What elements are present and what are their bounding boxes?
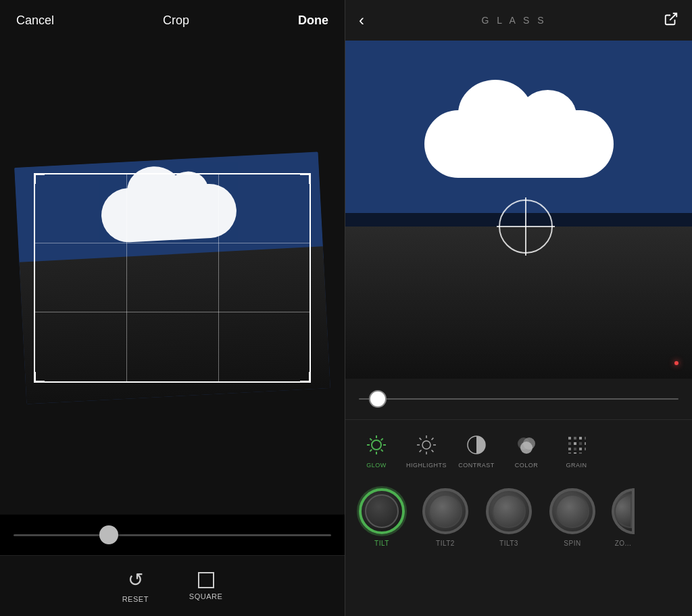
svg-rect-30 (585, 442, 586, 445)
svg-point-10 (422, 441, 430, 449)
svg-rect-29 (579, 442, 582, 445)
right-panel: ‹ G L A S S (345, 0, 692, 616)
knob-spin-inner (555, 494, 589, 528)
svg-point-22 (520, 442, 533, 454)
knob-spin[interactable] (549, 488, 595, 534)
app-title: G L A S S (481, 15, 546, 26)
svg-line-6 (370, 438, 372, 440)
svg-rect-33 (579, 448, 582, 450)
crop-image-wrapper[interactable] (34, 173, 311, 383)
reset-label: RESET (122, 595, 149, 603)
right-slider[interactable] (359, 398, 678, 400)
laptop-glow (674, 361, 678, 365)
knob-tilt[interactable] (359, 488, 405, 534)
back-arrow-icon: ‹ (359, 11, 364, 29)
svg-rect-35 (568, 452, 571, 454)
grain-label: GRAIN (566, 462, 587, 469)
grain-icon (563, 431, 590, 458)
left-slider-thumb[interactable] (99, 525, 118, 544)
crop-title: Crop (163, 14, 189, 28)
contrast-icon (463, 431, 490, 458)
crosshair[interactable] (499, 199, 553, 254)
left-header: Cancel Crop Done (0, 0, 345, 41)
knob-item-spin[interactable]: SPIN (543, 488, 602, 547)
knob-item-tilt2[interactable]: TILT2 (416, 488, 475, 547)
glow-label: GLOW (366, 462, 387, 469)
highlights-icon (413, 431, 440, 458)
back-button[interactable]: ‹ (359, 11, 364, 30)
left-image-area (0, 41, 345, 515)
effect-item-glow[interactable]: GLOW (356, 431, 397, 469)
square-button[interactable]: SQUARE (189, 572, 222, 600)
knob-tilt-inner (365, 494, 399, 528)
svg-rect-28 (574, 442, 576, 445)
crop-corner-br[interactable] (300, 372, 311, 383)
right-slider-thumb[interactable] (369, 390, 387, 408)
export-button[interactable] (664, 11, 678, 30)
svg-line-16 (432, 450, 434, 452)
color-label: COLOR (515, 462, 539, 469)
knob-item-zoom[interactable]: ZO... (606, 488, 640, 547)
svg-rect-26 (585, 437, 586, 440)
knob-spin-label: SPIN (564, 540, 580, 547)
knob-tilt3-inner (492, 494, 526, 528)
effect-item-highlights[interactable]: HIGHLIGHTS (406, 431, 447, 469)
svg-rect-31 (568, 448, 571, 450)
knobs-bar: TILT TILT2 TILT3 SPIN (345, 480, 692, 554)
svg-rect-36 (574, 452, 576, 454)
svg-rect-25 (579, 437, 582, 440)
knob-tilt3[interactable] (486, 488, 532, 534)
left-panel: Cancel Crop Done (0, 0, 345, 616)
svg-line-8 (381, 438, 383, 440)
color-icon (513, 431, 540, 458)
export-icon (664, 11, 678, 26)
knob-item-tilt3[interactable]: TILT3 (479, 488, 539, 547)
crop-grid-v1 (126, 174, 127, 381)
svg-rect-34 (585, 448, 586, 450)
left-footer: ↺ RESET SQUARE (0, 555, 345, 616)
effect-item-grain[interactable]: GRAIN (556, 431, 597, 469)
svg-rect-37 (579, 452, 582, 454)
crop-corner-tr[interactable] (300, 173, 311, 184)
knob-tilt2-label: TILT2 (436, 540, 455, 547)
done-button[interactable]: Done (298, 14, 328, 28)
knob-tilt2[interactable] (422, 488, 468, 534)
crop-overlay[interactable] (34, 173, 311, 383)
svg-rect-32 (574, 448, 576, 450)
square-label: SQUARE (189, 592, 222, 600)
svg-line-15 (420, 438, 422, 440)
crop-grid (35, 174, 310, 381)
glow-icon (363, 431, 390, 458)
left-slider-area[interactable] (0, 515, 345, 555)
crop-grid-h1 (35, 243, 310, 243)
svg-line-7 (381, 450, 383, 452)
knob-zoom-label: ZO... (615, 540, 632, 547)
knob-zoom-inner (614, 494, 632, 528)
crop-corner-tl[interactable] (34, 173, 45, 184)
right-screen-area (345, 41, 692, 227)
svg-line-18 (420, 450, 422, 452)
knob-item-tilt[interactable]: TILT (352, 488, 412, 547)
right-image-area (345, 41, 692, 379)
crop-grid-h2 (35, 312, 310, 312)
svg-line-0 (670, 13, 676, 20)
effect-item-contrast[interactable]: CONTRAST (456, 431, 497, 469)
knob-zoom[interactable] (612, 488, 635, 534)
highlights-label: HIGHLIGHTS (406, 462, 447, 469)
crosshair-vertical (525, 197, 526, 256)
right-header: ‹ G L A S S (345, 0, 692, 41)
right-cloud (424, 110, 614, 178)
crop-corner-bl[interactable] (34, 372, 45, 383)
reset-button[interactable]: ↺ RESET (122, 569, 149, 603)
svg-rect-27 (568, 442, 571, 445)
cancel-button[interactable]: Cancel (16, 14, 54, 28)
knob-tilt3-label: TILT3 (499, 540, 518, 547)
left-slider[interactable] (14, 534, 331, 536)
square-icon (198, 572, 214, 588)
right-slider-area[interactable] (345, 379, 692, 419)
svg-point-1 (372, 440, 381, 450)
svg-line-17 (432, 438, 434, 440)
svg-line-9 (370, 450, 372, 452)
contrast-label: CONTRAST (458, 462, 495, 469)
effect-item-color[interactable]: COLOR (506, 431, 547, 469)
